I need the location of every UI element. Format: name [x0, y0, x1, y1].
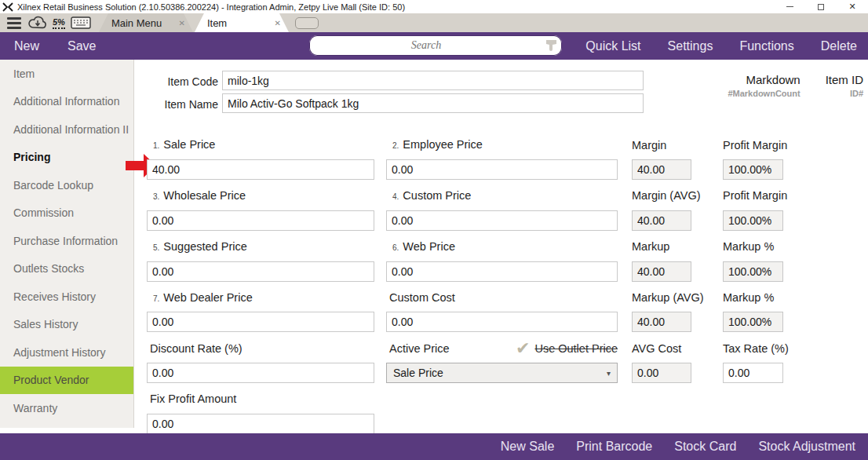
profit-margin-label: Profit Margin	[723, 139, 787, 152]
check-icon: ✔	[516, 341, 530, 356]
sidebar-item-receives-history[interactable]: Receives History	[0, 283, 133, 311]
custom-price-input[interactable]	[386, 210, 618, 231]
functions-button[interactable]: Functions	[739, 39, 793, 53]
sidebar-item-pricing[interactable]: Pricing	[0, 144, 133, 172]
sidebar-item-warranty[interactable]: Warranty	[0, 394, 133, 422]
wholesale-price-label: 3.Wholesale Price	[153, 189, 246, 202]
close-button[interactable]: ✕	[837, 0, 868, 13]
tab-toolbar: 5% Main Menu ✕ Item ✕	[0, 13, 868, 32]
tax-rate-input[interactable]	[723, 363, 783, 383]
settings-button[interactable]: Settings	[668, 39, 713, 53]
minimize-button[interactable]	[774, 0, 805, 13]
sidebar-item-additional-information-2[interactable]: Additional Information II	[0, 115, 133, 144]
markdown-count: #MarkdownCount	[728, 89, 800, 98]
sidebar-item-outlets-stocks[interactable]: Outlets Stocks	[0, 255, 133, 283]
tab-label: Item	[207, 17, 268, 29]
tab-main-menu[interactable]: Main Menu ✕	[99, 13, 193, 32]
app-logo-icon	[2, 2, 13, 12]
tab-label: Main Menu	[111, 17, 173, 29]
item-name-input[interactable]	[222, 93, 644, 113]
margin-value	[632, 159, 691, 180]
sidebar-item-item[interactable]: Item	[0, 60, 133, 88]
restore-button[interactable]	[805, 0, 837, 13]
new-sale-button[interactable]: New Sale	[501, 440, 554, 454]
bottom-action-bar: New Sale Print Barcode Stock Card Stock …	[0, 433, 868, 460]
web-dealer-price-input[interactable]	[147, 312, 374, 332]
profit-margin-value	[723, 159, 783, 180]
tab-close-icon[interactable]: ✕	[275, 19, 281, 27]
minimize-icon	[786, 6, 793, 7]
search-input[interactable]	[309, 39, 543, 52]
discount-rate-input[interactable]	[147, 363, 374, 383]
sale-price-input[interactable]	[147, 159, 374, 180]
suggested-price-input[interactable]	[147, 261, 374, 282]
sidebar-item-commission[interactable]: Commission	[0, 199, 133, 228]
print-barcode-button[interactable]: Print Barcode	[576, 440, 652, 454]
barcode-scanner-icon	[543, 38, 559, 53]
command-bar: New Save Quick List Settings Functions D…	[0, 32, 868, 60]
markup-avg-value	[632, 312, 691, 332]
search-box[interactable]	[309, 35, 562, 56]
markup-pct-value	[723, 261, 783, 282]
avg-cost-value	[632, 363, 691, 383]
sidebar-item-sales-history[interactable]: Sales History	[0, 311, 133, 339]
new-tab-button[interactable]	[295, 17, 319, 29]
sidebar-item-product-vendor[interactable]: Product Vendor	[0, 367, 133, 395]
sidebar-item-barcode-lookup[interactable]: Barcode Lookup	[0, 171, 133, 199]
tax-rate-label: Tax Rate (%)	[723, 342, 789, 355]
use-outlet-price-toggle[interactable]: ✔ Use Outlet Price	[516, 341, 618, 356]
suggested-price-label: 5.Suggested Price	[153, 240, 247, 253]
stock-adjustment-button[interactable]: Stock Adjustment	[758, 440, 855, 454]
item-id-value: ID#	[850, 89, 863, 98]
markup-label: Markup	[632, 240, 669, 253]
item-code-input[interactable]	[222, 71, 644, 90]
markdown-label: Markdown	[746, 73, 800, 86]
tab-close-icon[interactable]: ✕	[179, 19, 185, 27]
item-id-block: Item ID ID#	[826, 73, 863, 98]
menu-hamburger-icon[interactable]	[5, 15, 23, 31]
stock-card-button[interactable]: Stock Card	[674, 440, 736, 454]
delete-button[interactable]: Delete	[821, 39, 857, 53]
fix-profit-amount-label: Fix Profit Amount	[150, 392, 236, 405]
markup-pct-label: Markup %	[723, 240, 774, 253]
profit-margin-avg-value	[723, 210, 783, 231]
active-price-label: Active Price	[389, 342, 450, 355]
tab-item[interactable]: Item ✕	[195, 13, 289, 32]
sidebar-item-adjustment-history[interactable]: Adjustment History	[0, 338, 133, 367]
item-code-label: Item Code	[153, 75, 218, 88]
employee-price-label: 2.Employee Price	[392, 138, 483, 151]
item-name-label: Item Name	[149, 98, 218, 111]
cloud-sync-icon[interactable]	[28, 15, 47, 31]
custom-price-label: 4.Custom Price	[392, 189, 471, 202]
save-button[interactable]: Save	[67, 39, 96, 53]
sidebar-item-additional-information[interactable]: Additional Information	[0, 88, 133, 116]
fix-profit-amount-input[interactable]	[147, 414, 374, 434]
web-dealer-price-label: 7.Web Dealer Price	[153, 291, 253, 304]
markup-value	[632, 261, 691, 282]
web-price-input[interactable]	[386, 261, 618, 282]
discount-rate-label: Discount Rate (%)	[150, 342, 243, 355]
sidebar-item-purchase-information[interactable]: Purchase Information	[0, 227, 133, 255]
custom-cost-label: Custom Cost	[389, 291, 455, 304]
active-price-select[interactable]: Sale Price ▾	[386, 363, 618, 383]
margin-label: Margin	[632, 139, 666, 152]
chevron-down-icon: ▾	[607, 369, 611, 378]
markup-pct-avg-value	[723, 312, 783, 332]
margin-avg-value	[632, 210, 691, 231]
sale-price-label: 1.Sale Price	[153, 138, 215, 151]
web-price-label: 6.Web Price	[392, 240, 455, 253]
custom-cost-input[interactable]	[386, 312, 618, 332]
close-icon: ✕	[848, 2, 855, 12]
markdown-block: Markdown #MarkdownCount	[728, 73, 800, 98]
new-button[interactable]: New	[14, 39, 39, 53]
quick-list-button[interactable]: Quick List	[585, 39, 640, 53]
profit-margin-avg-label: Profit Margin	[723, 189, 787, 202]
restore-icon	[818, 4, 824, 10]
title-bar: Xilnex Retail Business Solution (2.10.50…	[0, 0, 868, 13]
discount-percent-icon[interactable]: 5%	[53, 15, 65, 31]
keyboard-icon[interactable]	[71, 15, 91, 31]
employee-price-input[interactable]	[386, 159, 618, 180]
avg-cost-label: AVG Cost	[632, 342, 681, 355]
use-outlet-price-label: Use Outlet Price	[534, 342, 618, 355]
wholesale-price-input[interactable]	[147, 210, 374, 231]
